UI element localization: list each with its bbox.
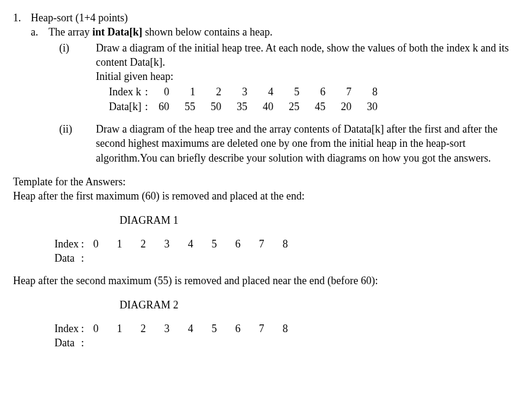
template-table-1: Index : 0 1 2 3 4 5 6 7 8 Data : — [54, 237, 305, 266]
index-cell: 0 — [92, 321, 116, 336]
subpart-a-label: a. — [31, 25, 49, 165]
part-i-body: Draw a diagram of the initial heap tree.… — [96, 41, 519, 114]
data-cell — [163, 336, 187, 350]
question-body: Heap-sort (1+4 points) a. The array int … — [31, 11, 519, 165]
index-cell: 3 — [163, 321, 187, 336]
index-cell: 2 — [140, 321, 163, 336]
index-cell: 4 — [258, 85, 284, 99]
index-cell: 0 — [154, 85, 180, 99]
data-cell: 25 — [284, 99, 310, 114]
data-cell — [234, 251, 258, 265]
data-cell: 20 — [336, 99, 362, 114]
data-cell — [116, 336, 140, 350]
subpart-a-body: The array int Data[k] shown below contai… — [49, 25, 519, 165]
part-ii-label: (ii) — [59, 122, 96, 165]
data-cell — [211, 251, 234, 265]
part-i: (i) Draw a diagram of the initial heap t… — [59, 41, 519, 114]
part-ii-body: Draw a diagram of the heap tree and the … — [96, 122, 519, 165]
template-section: Template for the Answers: Heap after the… — [13, 175, 519, 350]
intro-post: shown below contains a heap. — [142, 26, 272, 38]
data-cell: 60 — [154, 99, 180, 114]
index-cell: 5 — [284, 85, 310, 99]
data-cell: 40 — [258, 99, 284, 114]
intro-bold: int Data[k] — [92, 26, 143, 38]
index-cell: 1 — [116, 237, 140, 251]
question-number: 1. — [13, 11, 31, 165]
data-row-label: Data[k] — [109, 99, 145, 114]
data-cell: 55 — [180, 99, 206, 114]
index-cell: 7 — [336, 85, 362, 99]
index-row-label: Index — [54, 321, 81, 336]
index-cell: 6 — [234, 237, 258, 251]
data-cell — [211, 336, 234, 350]
part-ii: (ii) Draw a diagram of the heap tree and… — [59, 122, 519, 165]
data-cell: 45 — [310, 99, 336, 114]
index-cell: 4 — [187, 321, 211, 336]
data-cell — [234, 336, 258, 350]
initial-heap-table: Index k : 0 1 2 3 4 5 6 7 8 — [109, 85, 388, 114]
data-cell — [282, 251, 305, 265]
colon: : — [81, 336, 92, 350]
data-row-label: Data — [54, 336, 81, 350]
index-row-label: Index — [54, 237, 81, 251]
data-cell — [140, 336, 163, 350]
second-removal-line: Heap after the second maximum (55) is re… — [13, 274, 519, 288]
colon: : — [145, 99, 154, 114]
index-cell: 1 — [180, 85, 206, 99]
index-cell: 0 — [92, 237, 116, 251]
diagram-2-label: DIAGRAM 2 — [120, 298, 519, 312]
data-cell — [92, 251, 116, 265]
index-cell: 4 — [187, 237, 211, 251]
data-cell — [116, 251, 140, 265]
first-removal-line: Heap after the first maximum (60) is rem… — [13, 189, 519, 203]
index-cell: 8 — [362, 85, 388, 99]
data-cell — [92, 336, 116, 350]
colon: : — [81, 237, 92, 251]
index-cell: 8 — [282, 321, 305, 336]
index-cell: 8 — [282, 237, 305, 251]
index-cell: 2 — [206, 85, 232, 99]
subpart-a: a. The array int Data[k] shown below con… — [31, 25, 519, 165]
diagram-1-label: DIAGRAM 1 — [120, 213, 519, 227]
data-cell: 35 — [232, 99, 258, 114]
index-cell: 3 — [163, 237, 187, 251]
colon: : — [81, 251, 92, 265]
index-cell: 5 — [211, 321, 234, 336]
part-ii-text: Draw a diagram of the heap tree and the … — [96, 122, 519, 165]
question-1: 1. Heap-sort (1+4 points) a. The array i… — [13, 11, 519, 165]
index-cell: 5 — [211, 237, 234, 251]
index-cell: 7 — [258, 237, 282, 251]
table-row: Index : 0 1 2 3 4 5 6 7 8 — [54, 237, 305, 251]
data-cell — [282, 336, 305, 350]
index-cell: 6 — [310, 85, 336, 99]
part-i-label: (i) — [59, 41, 96, 114]
index-cell: 7 — [258, 321, 282, 336]
table-row: Index : 0 1 2 3 4 5 6 7 8 — [54, 321, 305, 336]
data-cell — [258, 336, 282, 350]
data-cell — [187, 251, 211, 265]
index-cell: 1 — [116, 321, 140, 336]
table-row: Data[k] : 60 55 50 35 40 25 45 20 30 — [109, 99, 388, 114]
table-row: Index k : 0 1 2 3 4 5 6 7 8 — [109, 85, 388, 99]
data-cell — [140, 251, 163, 265]
initial-heap-line: Initial given heap: — [96, 69, 519, 83]
template-header: Template for the Answers: — [13, 175, 519, 189]
data-cell — [163, 251, 187, 265]
question-title: Heap-sort (1+4 points) — [31, 11, 519, 25]
colon: : — [81, 321, 92, 336]
table-row: Data : — [54, 336, 305, 350]
data-cell: 30 — [362, 99, 388, 114]
data-cell — [187, 336, 211, 350]
part-i-text: Draw a diagram of the initial heap tree.… — [96, 41, 519, 70]
data-cell: 50 — [206, 99, 232, 114]
template-table-2: Index : 0 1 2 3 4 5 6 7 8 Data : — [54, 321, 305, 350]
subpart-a-intro: The array int Data[k] shown below contai… — [49, 25, 519, 39]
data-row-label: Data — [54, 251, 81, 265]
index-cell: 3 — [232, 85, 258, 99]
data-cell — [258, 251, 282, 265]
colon: : — [145, 85, 154, 99]
index-cell: 6 — [234, 321, 258, 336]
index-cell: 2 — [140, 237, 163, 251]
table-row: Data : — [54, 251, 305, 265]
index-row-label: Index k — [109, 85, 145, 99]
